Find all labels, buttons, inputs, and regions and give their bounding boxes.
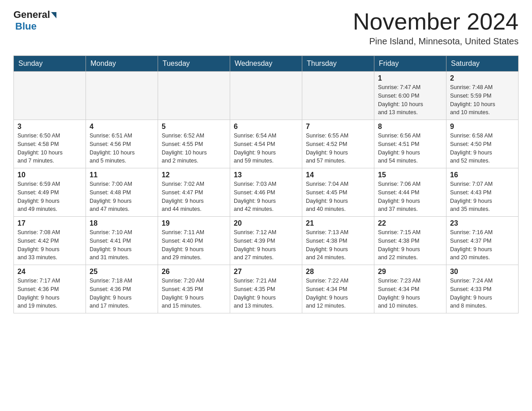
day-number: 22 [378, 219, 442, 227]
calendar-cell [86, 72, 158, 120]
calendar-cell: 12Sunrise: 7:02 AM Sunset: 4:47 PM Dayli… [158, 168, 230, 217]
day-number: 28 [306, 268, 370, 276]
day-number: 18 [90, 219, 154, 227]
day-number: 21 [306, 219, 370, 227]
day-number: 2 [450, 74, 515, 82]
calendar-cell: 23Sunrise: 7:16 AM Sunset: 4:37 PM Dayli… [446, 217, 519, 265]
location-subtitle: Pine Island, Minnesota, United States [353, 36, 519, 47]
day-number: 12 [162, 171, 226, 179]
calendar-cell: 25Sunrise: 7:18 AM Sunset: 4:36 PM Dayli… [86, 265, 158, 313]
weekday-header-friday: Friday [374, 56, 446, 72]
calendar-cell [14, 72, 86, 120]
day-number: 29 [378, 268, 442, 276]
day-number: 26 [162, 268, 226, 276]
day-number: 4 [90, 123, 154, 131]
day-info: Sunrise: 7:16 AM Sunset: 4:37 PM Dayligh… [450, 228, 515, 262]
calendar-cell: 18Sunrise: 7:10 AM Sunset: 4:41 PM Dayli… [86, 217, 158, 265]
calendar-cell: 2Sunrise: 7:48 AM Sunset: 5:59 PM Daylig… [446, 72, 519, 120]
day-number: 10 [17, 171, 82, 179]
day-number: 3 [17, 123, 82, 131]
calendar-cell: 1Sunrise: 7:47 AM Sunset: 6:00 PM Daylig… [374, 72, 446, 120]
calendar-cell: 24Sunrise: 7:17 AM Sunset: 4:36 PM Dayli… [14, 265, 86, 313]
calendar-cell: 15Sunrise: 7:06 AM Sunset: 4:44 PM Dayli… [374, 168, 446, 217]
calendar-cell: 3Sunrise: 6:50 AM Sunset: 4:58 PM Daylig… [14, 120, 86, 168]
calendar-table: SundayMondayTuesdayWednesdayThursdayFrid… [13, 56, 519, 313]
day-info: Sunrise: 7:18 AM Sunset: 4:36 PM Dayligh… [90, 277, 154, 310]
calendar-cell [158, 72, 230, 120]
calendar-cell: 10Sunrise: 6:59 AM Sunset: 4:49 PM Dayli… [14, 168, 86, 217]
weekday-header-sunday: Sunday [14, 56, 86, 72]
day-number: 8 [378, 123, 442, 131]
calendar-cell: 17Sunrise: 7:08 AM Sunset: 4:42 PM Dayli… [14, 217, 86, 265]
calendar-cell: 30Sunrise: 7:24 AM Sunset: 4:33 PM Dayli… [446, 265, 519, 313]
logo-arrow-icon [51, 12, 56, 18]
calendar-week-row: 24Sunrise: 7:17 AM Sunset: 4:36 PM Dayli… [14, 265, 519, 313]
day-number: 23 [450, 219, 515, 227]
calendar-week-row: 17Sunrise: 7:08 AM Sunset: 4:42 PM Dayli… [14, 217, 519, 265]
day-info: Sunrise: 6:52 AM Sunset: 4:55 PM Dayligh… [162, 132, 226, 165]
day-number: 20 [234, 219, 298, 227]
day-number: 13 [234, 171, 298, 179]
calendar-week-row: 1Sunrise: 7:47 AM Sunset: 6:00 PM Daylig… [14, 72, 519, 120]
day-info: Sunrise: 7:20 AM Sunset: 4:35 PM Dayligh… [162, 277, 226, 310]
day-info: Sunrise: 7:23 AM Sunset: 4:34 PM Dayligh… [378, 277, 442, 310]
calendar-cell: 4Sunrise: 6:51 AM Sunset: 4:56 PM Daylig… [86, 120, 158, 168]
day-info: Sunrise: 7:02 AM Sunset: 4:47 PM Dayligh… [162, 180, 226, 214]
page-header: General Blue November 2024 Pine Island, … [13, 9, 519, 47]
calendar-cell: 14Sunrise: 7:04 AM Sunset: 4:45 PM Dayli… [302, 168, 374, 217]
day-info: Sunrise: 6:51 AM Sunset: 4:56 PM Dayligh… [90, 132, 154, 165]
calendar-cell: 22Sunrise: 7:15 AM Sunset: 4:38 PM Dayli… [374, 217, 446, 265]
weekday-header-row: SundayMondayTuesdayWednesdayThursdayFrid… [14, 56, 519, 72]
calendar-cell: 27Sunrise: 7:21 AM Sunset: 4:35 PM Dayli… [230, 265, 302, 313]
day-info: Sunrise: 7:06 AM Sunset: 4:44 PM Dayligh… [378, 180, 442, 214]
day-number: 17 [17, 219, 82, 227]
day-info: Sunrise: 7:08 AM Sunset: 4:42 PM Dayligh… [17, 228, 82, 262]
calendar-cell: 19Sunrise: 7:11 AM Sunset: 4:40 PM Dayli… [158, 217, 230, 265]
calendar-cell: 26Sunrise: 7:20 AM Sunset: 4:35 PM Dayli… [158, 265, 230, 313]
calendar-cell: 8Sunrise: 6:56 AM Sunset: 4:51 PM Daylig… [374, 120, 446, 168]
day-info: Sunrise: 7:48 AM Sunset: 5:59 PM Dayligh… [450, 83, 515, 117]
day-info: Sunrise: 6:59 AM Sunset: 4:49 PM Dayligh… [17, 180, 82, 214]
calendar-cell [230, 72, 302, 120]
header-right: November 2024 Pine Island, Minnesota, Un… [353, 9, 519, 47]
calendar-cell: 11Sunrise: 7:00 AM Sunset: 4:48 PM Dayli… [86, 168, 158, 217]
calendar-week-row: 10Sunrise: 6:59 AM Sunset: 4:49 PM Dayli… [14, 168, 519, 217]
day-info: Sunrise: 7:13 AM Sunset: 4:38 PM Dayligh… [306, 228, 370, 262]
day-number: 27 [234, 268, 298, 276]
day-number: 19 [162, 219, 226, 227]
day-number: 9 [450, 123, 515, 131]
calendar-week-row: 3Sunrise: 6:50 AM Sunset: 4:58 PM Daylig… [14, 120, 519, 168]
day-number: 15 [378, 171, 442, 179]
day-number: 11 [90, 171, 154, 179]
day-number: 25 [90, 268, 154, 276]
day-info: Sunrise: 6:55 AM Sunset: 4:52 PM Dayligh… [306, 132, 370, 165]
day-info: Sunrise: 6:56 AM Sunset: 4:51 PM Dayligh… [378, 132, 442, 165]
weekday-header-tuesday: Tuesday [158, 56, 230, 72]
day-number: 16 [450, 171, 515, 179]
logo: General Blue [13, 9, 56, 32]
day-info: Sunrise: 7:11 AM Sunset: 4:40 PM Dayligh… [162, 228, 226, 262]
day-number: 7 [306, 123, 370, 131]
weekday-header-monday: Monday [86, 56, 158, 72]
day-info: Sunrise: 7:24 AM Sunset: 4:33 PM Dayligh… [450, 277, 515, 310]
day-number: 5 [162, 123, 226, 131]
calendar-cell: 6Sunrise: 6:54 AM Sunset: 4:54 PM Daylig… [230, 120, 302, 168]
calendar-cell: 29Sunrise: 7:23 AM Sunset: 4:34 PM Dayli… [374, 265, 446, 313]
logo-general-text: General [13, 9, 50, 21]
day-info: Sunrise: 7:21 AM Sunset: 4:35 PM Dayligh… [234, 277, 298, 310]
day-info: Sunrise: 6:58 AM Sunset: 4:50 PM Dayligh… [450, 132, 515, 165]
day-info: Sunrise: 7:10 AM Sunset: 4:41 PM Dayligh… [90, 228, 154, 262]
day-info: Sunrise: 7:07 AM Sunset: 4:43 PM Dayligh… [450, 180, 515, 214]
weekday-header-thursday: Thursday [302, 56, 374, 72]
calendar-cell: 9Sunrise: 6:58 AM Sunset: 4:50 PM Daylig… [446, 120, 519, 168]
day-number: 30 [450, 268, 515, 276]
calendar-cell: 21Sunrise: 7:13 AM Sunset: 4:38 PM Dayli… [302, 217, 374, 265]
month-title: November 2024 [353, 9, 519, 34]
day-info: Sunrise: 7:15 AM Sunset: 4:38 PM Dayligh… [378, 228, 442, 262]
day-info: Sunrise: 6:50 AM Sunset: 4:58 PM Dayligh… [17, 132, 82, 165]
logo-blue-text: Blue [15, 21, 37, 32]
day-info: Sunrise: 7:17 AM Sunset: 4:36 PM Dayligh… [17, 277, 82, 310]
day-number: 6 [234, 123, 298, 131]
day-number: 24 [17, 268, 82, 276]
weekday-header-wednesday: Wednesday [230, 56, 302, 72]
